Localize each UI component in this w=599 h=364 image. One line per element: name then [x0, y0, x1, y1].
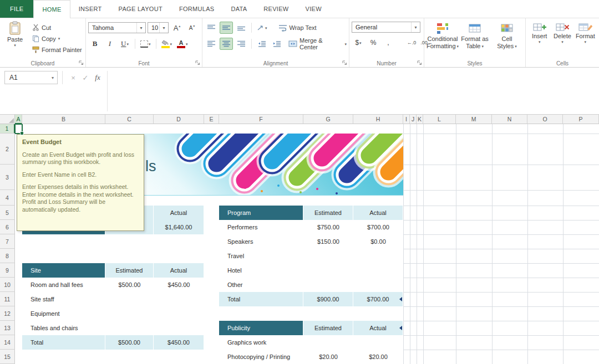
format-as-table-button[interactable]: Format as Table▾ — [459, 20, 491, 50]
column-header-E[interactable]: E — [204, 115, 219, 124]
wrap-text-button[interactable]: Wrap Text — [278, 23, 317, 33]
dialog-launcher-icon[interactable] — [342, 60, 348, 66]
row-header-3[interactable]: 3 — [0, 165, 15, 190]
cell-H11[interactable]: $700.00 — [353, 292, 403, 306]
cell-F9[interactable]: Hotel — [219, 263, 303, 278]
delete-cells-button[interactable]: Delete ▾ — [551, 20, 573, 44]
cell-B12[interactable]: Equipment — [22, 306, 105, 321]
cell-F15[interactable]: Photocopying / Printing — [219, 350, 303, 364]
cell-B13[interactable]: Tables and chairs — [22, 321, 105, 335]
confirm-entry-button[interactable]: ✓ — [79, 71, 92, 84]
italic-button[interactable]: I — [103, 38, 116, 50]
column-header-K[interactable]: K — [417, 115, 423, 124]
decrease-indent-button[interactable] — [255, 38, 268, 50]
merge-center-button[interactable]: Merge & Center ▾ — [288, 39, 347, 49]
percent-style-button[interactable]: % — [367, 37, 380, 49]
row-header-4[interactable]: 4 — [0, 190, 15, 206]
tab-review[interactable]: REVIEW — [255, 0, 297, 18]
column-header-A[interactable]: A — [15, 115, 22, 124]
align-top-button[interactable] — [205, 22, 218, 34]
cell-D6[interactable]: $1,640.00 — [154, 220, 204, 234]
cell-D5[interactable]: Actual — [154, 206, 204, 220]
cell-F11[interactable]: Total — [219, 292, 303, 306]
cell-B9[interactable]: Site — [22, 263, 105, 278]
cut-button[interactable]: Cut — [32, 23, 82, 32]
align-left-button[interactable] — [205, 38, 218, 50]
dialog-launcher-icon[interactable] — [195, 60, 201, 66]
cell-H6[interactable]: $700.00 — [353, 220, 403, 234]
tab-view[interactable]: VIEW — [297, 0, 330, 18]
row-header-10[interactable]: 10 — [0, 278, 15, 292]
column-header-D[interactable]: D — [154, 115, 204, 124]
row-header-6[interactable]: 6 — [0, 220, 15, 234]
column-header-G[interactable]: G — [303, 115, 353, 124]
font-size-select[interactable]: 10 ▾ — [148, 22, 169, 33]
borders-button[interactable]: ▾ — [139, 38, 153, 50]
tab-page-layout[interactable]: PAGE LAYOUT — [110, 0, 171, 18]
dialog-launcher-icon[interactable] — [417, 60, 423, 66]
row-header-15[interactable]: 15 — [0, 350, 15, 364]
align-bottom-button[interactable] — [235, 22, 248, 34]
cell-C10[interactable]: $500.00 — [105, 278, 154, 292]
column-header-J[interactable]: J — [410, 115, 417, 124]
row-header-13[interactable]: 13 — [0, 321, 15, 335]
cancel-entry-button[interactable]: × — [67, 71, 79, 84]
column-header-I[interactable]: I — [403, 115, 410, 124]
align-center-button[interactable] — [220, 38, 233, 50]
tab-formulas[interactable]: FORMULAS — [171, 0, 223, 18]
tab-home[interactable]: HOME — [33, 0, 70, 18]
column-header-H[interactable]: H — [353, 115, 403, 124]
column-header-M[interactable]: M — [456, 115, 492, 124]
decrease-font-size-button[interactable]: A▾ — [185, 22, 199, 34]
cell-G11[interactable]: $900.00 — [303, 292, 353, 306]
cell-H15[interactable]: $20.00 — [353, 350, 403, 364]
cell-G6[interactable]: $750.00 — [303, 220, 353, 234]
comma-style-button[interactable]: , — [382, 37, 395, 49]
cell-G15[interactable]: $20.00 — [303, 350, 353, 364]
column-header-O[interactable]: O — [527, 115, 563, 124]
row-header-5[interactable]: 5 — [0, 206, 15, 220]
cell-F6[interactable]: Performers — [219, 220, 303, 234]
cell-C9[interactable]: Estimated — [105, 263, 154, 278]
cell-C14[interactable]: $500.00 — [105, 335, 154, 350]
cell-F7[interactable]: Speakers — [219, 234, 303, 249]
dialog-launcher-icon[interactable] — [78, 60, 84, 66]
font-color-button[interactable]: A ▾ — [175, 38, 190, 50]
format-painter-button[interactable]: Format Painter — [32, 45, 82, 54]
orientation-button[interactable]: ▾ — [255, 22, 269, 34]
fill-color-button[interactable]: ▾ — [160, 38, 174, 50]
paste-button[interactable]: Paste ▾ — [2, 20, 28, 54]
row-header-8[interactable]: 8 — [0, 249, 15, 263]
accounting-format-button[interactable]: $ ▾ — [352, 37, 365, 49]
insert-function-button[interactable]: fx — [92, 71, 104, 84]
cell-B10[interactable]: Room and hall fees — [22, 278, 105, 292]
row-header-1[interactable]: 1 — [0, 124, 15, 134]
tab-data[interactable]: DATA — [222, 0, 255, 18]
column-header-C[interactable]: C — [105, 115, 154, 124]
formula-input[interactable] — [107, 71, 599, 111]
tab-file[interactable]: FILE — [0, 0, 33, 18]
row-header-12[interactable]: 12 — [0, 306, 15, 321]
conditional-formatting-button[interactable]: Conditional Formatting▾ — [427, 20, 459, 50]
cell-D10[interactable]: $450.00 — [154, 278, 204, 292]
name-box[interactable]: A1 ▾ — [4, 71, 58, 84]
insert-cells-button[interactable]: Insert ▾ — [528, 20, 551, 44]
select-all-corner[interactable] — [0, 115, 15, 124]
cell-H13[interactable]: Actual — [353, 321, 403, 335]
cell-D14[interactable]: $450.00 — [154, 335, 204, 350]
cell-B11[interactable]: Site staff — [22, 292, 105, 306]
cell-B14[interactable]: Total — [22, 335, 105, 350]
cell-G13[interactable]: Estimated — [303, 321, 353, 335]
row-header-2[interactable]: 2 — [0, 134, 15, 165]
row-header-11[interactable]: 11 — [0, 292, 15, 306]
increase-indent-button[interactable] — [270, 38, 283, 50]
tab-insert[interactable]: INSERT — [70, 0, 110, 18]
row-header-7[interactable]: 7 — [0, 234, 15, 249]
column-header-F[interactable]: F — [219, 115, 303, 124]
increase-font-size-button[interactable]: A▴ — [170, 22, 184, 34]
number-format-select[interactable]: General ▾ — [352, 22, 420, 33]
format-cells-button[interactable]: Format ▾ — [574, 20, 597, 44]
grid[interactable]: ls Event Budget Create an Event Budget w… — [15, 124, 599, 364]
row-header-9[interactable]: 9 — [0, 263, 15, 278]
cell-F10[interactable]: Other — [219, 278, 303, 292]
